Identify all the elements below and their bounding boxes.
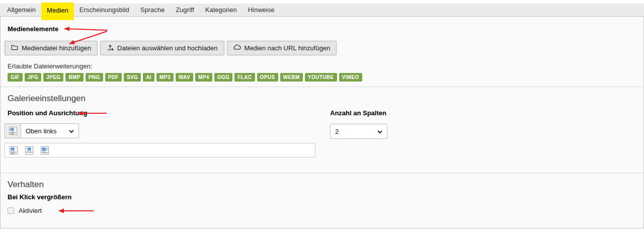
extension-badge: MP4 [195, 73, 212, 82]
extension-badge: SVG [124, 73, 141, 82]
section-galerieeinstellungen: Galerieeinstellungen Position und Ausric… [1, 87, 643, 173]
tab-kategorien[interactable]: Kategorien [200, 4, 243, 16]
extension-badge: GIF [8, 73, 23, 82]
upload-icon [107, 44, 114, 52]
extension-badge: OPUS [257, 73, 278, 82]
tab-erscheinungsbild[interactable]: Erscheinungsbild [74, 4, 135, 16]
image-above-left-icon [5, 123, 21, 138]
tab-sprache[interactable]: Sprache [135, 4, 170, 16]
click-enlarge-label: Bei Klick vergrößern [8, 193, 71, 201]
position-select-group: Oben links [5, 123, 79, 138]
column-count-label: Anzahl an Spalten [330, 109, 386, 117]
click-enlarge-checkbox[interactable] [8, 207, 14, 214]
tab-allgemein[interactable]: Allgemein [2, 4, 41, 16]
position-select[interactable]: Oben links [21, 123, 79, 138]
gallery-section-title: Galerieeinstellungen [8, 94, 86, 104]
section-medienelemente: Medienelemente Mediendatei hinzufügen [1, 17, 643, 87]
extension-badge: YOUTUBE [305, 73, 337, 82]
extension-badge: OGG [214, 73, 233, 82]
behavior-section-title: Verhalten [8, 180, 44, 190]
add-media-by-url-label: Medien nach URL hinzufügen [245, 44, 331, 52]
extension-badge: WEBM [280, 73, 303, 82]
chevron-down-icon [69, 127, 74, 135]
click-enlarge-checkbox-label: Aktiviert [19, 207, 42, 214]
allowed-extensions-label: Erlaubte Dateierweiterungen: [8, 62, 636, 70]
image-beside-right-icon[interactable] [41, 146, 49, 154]
select-upload-files-button[interactable]: Dateien auswählen und hochladen [100, 41, 224, 55]
tab-bar: Allgemein Medien Erscheinungsbild Sprach… [0, 4, 644, 17]
extension-badge: AI [143, 73, 154, 82]
extension-badge: WAV [176, 73, 193, 82]
extension-badge: FLAC [234, 73, 255, 82]
extension-badge: VIMEO [339, 73, 362, 82]
media-buttons-row: Mediendatei hinzufügen Dateien auswählen… [5, 41, 636, 55]
section-verhalten: Verhalten Bei Klick vergrößern Aktiviert [1, 173, 643, 228]
extension-badge: JPG [25, 73, 41, 82]
tab-hinweise[interactable]: Hinweise [243, 4, 280, 16]
extension-badge: MP3 [156, 73, 174, 82]
columns-select[interactable]: 2 [330, 124, 387, 139]
extension-badge: JPEG [43, 73, 63, 82]
extension-badge: BMP [65, 73, 83, 82]
extension-badges: GIFJPGJPEGBMPPNGPDFSVGAIMP3WAVMP4OGGFLAC… [7, 72, 636, 82]
columns-select-value: 2 [335, 128, 339, 135]
folder-icon [11, 44, 18, 52]
image-above-center-icon[interactable] [25, 146, 33, 154]
image-above-left-icon[interactable] [10, 146, 18, 154]
add-media-by-url-button[interactable]: Medien nach URL hinzufügen [227, 41, 337, 55]
extension-badge: PDF [105, 73, 122, 82]
tab-zugriff[interactable]: Zugriff [170, 4, 200, 16]
tab-panel-medien: Medienelemente Mediendatei hinzufügen [0, 17, 644, 228]
add-media-file-button[interactable]: Mediendatei hinzufügen [5, 41, 98, 55]
chevron-down-icon [377, 128, 382, 135]
media-edit-form: Allgemein Medien Erscheinungsbild Sprach… [0, 0, 644, 233]
position-alignment-label: Position und Ausrichtung [8, 109, 87, 117]
select-upload-files-label: Dateien auswählen und hochladen [117, 44, 218, 52]
position-select-value: Oben links [26, 127, 56, 135]
medienelemente-label: Medienelemente [8, 25, 636, 33]
cloud-icon [233, 44, 241, 52]
click-enlarge-row: Aktiviert [8, 207, 42, 214]
add-media-file-label: Mediendatei hinzufügen [22, 44, 91, 52]
tab-medien[interactable]: Medien [41, 3, 74, 20]
orientation-icon-picker [5, 143, 315, 158]
extension-badge: PNG [86, 73, 103, 82]
